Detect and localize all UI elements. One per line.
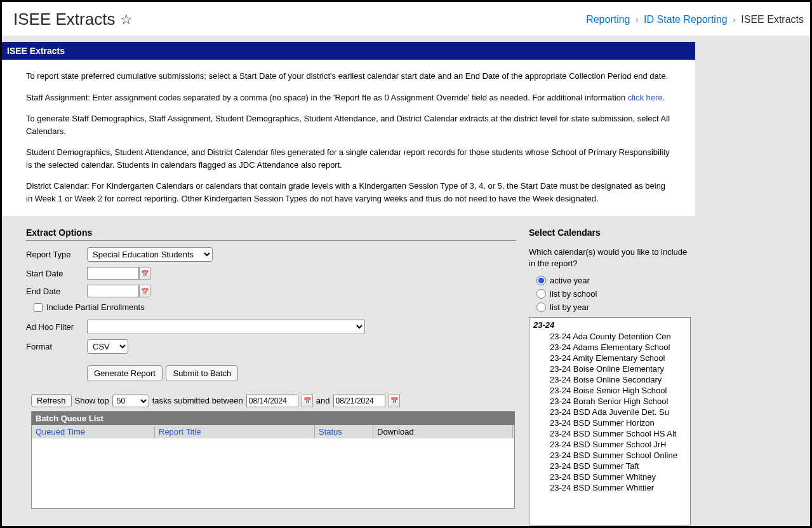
batch-table-header: Queued Time Report Title Status Download [32, 425, 514, 438]
list-item[interactable]: 23-24 Amity Elementary School [529, 353, 690, 363]
start-date-input[interactable] [87, 267, 139, 280]
generate-report-button[interactable]: Generate Report [87, 365, 163, 381]
col-queued-time[interactable]: Queued Time [32, 425, 155, 438]
col-status[interactable]: Status [315, 425, 373, 438]
batch-date-end[interactable] [333, 395, 385, 407]
calendar-icon[interactable] [139, 285, 150, 297]
list-item[interactable]: 23-24 BSD Summer Whittier [529, 482, 690, 493]
list-item[interactable]: 23-24 BSD Summer School JrH [529, 439, 690, 450]
report-type-label: Report Type [26, 250, 87, 259]
list-item[interactable]: 23-24 Adams Elementary School [529, 342, 690, 353]
list-item[interactable]: 23-24 BSD Summer School Online [529, 450, 690, 461]
refresh-button[interactable]: Refresh [31, 394, 72, 407]
intro-text-block: To report state preferred cumulative sub… [2, 60, 695, 216]
intro-p3: To generate Staff Demographics, Staff As… [26, 112, 671, 137]
chevron-right-icon: › [733, 15, 736, 25]
list-item[interactable]: 23-24 Ada County Detention Cen [529, 331, 690, 342]
include-partial-checkbox[interactable] [34, 303, 43, 312]
list-item[interactable]: 23-24 BSD Summer School HS Alt [529, 428, 690, 439]
batch-date-start[interactable] [246, 395, 298, 407]
start-date-row: Start Date [26, 267, 516, 280]
adhoc-filter-select[interactable] [87, 320, 365, 334]
favorite-star-icon[interactable]: ☆ [120, 11, 133, 28]
calendar-icon[interactable] [302, 395, 313, 407]
include-partial-label: Include Partial Enrollments [46, 302, 145, 312]
list-item[interactable]: 23-24 Borah Senior High School [529, 396, 690, 407]
page-title: ISEE Extracts ☆ [13, 10, 133, 29]
start-date-label: Start Date [26, 269, 87, 278]
radio-list-by-school-row: list by school [536, 289, 694, 299]
end-date-input[interactable] [87, 285, 139, 297]
calendar-year-header: 23-24 [529, 319, 690, 331]
page-header: ISEE Extracts ☆ Reporting › ID State Rep… [2, 2, 810, 36]
radio-active-year[interactable] [536, 276, 546, 285]
extract-options-title: Extract Options [26, 227, 516, 241]
show-top-select[interactable]: 50 [112, 395, 149, 407]
radio-list-by-year-row: list by year [536, 302, 694, 312]
breadcrumb: Reporting › ID State Reporting › ISEE Ex… [586, 14, 804, 25]
col-report-title[interactable]: Report Title [155, 425, 315, 438]
select-calendars-column: Select Calendars Which calendar(s) would… [529, 227, 694, 525]
radio-list-by-year-label: list by year [550, 302, 589, 312]
select-calendars-title: Select Calendars [529, 227, 694, 240]
end-date-row: End Date [26, 285, 516, 297]
and-label: and [316, 396, 330, 405]
format-select[interactable]: CSV [87, 339, 128, 354]
format-row: Format CSV [26, 339, 516, 354]
adhoc-row: Ad Hoc Filter [26, 320, 516, 334]
radio-list-by-school-label: list by school [550, 289, 597, 299]
intro-p1: To report state preferred cumulative sub… [26, 70, 671, 83]
intro-p4: Student Demographics, Student Attendance… [26, 146, 671, 171]
show-top-label: Show top [75, 396, 109, 405]
radio-list-by-year[interactable] [536, 302, 546, 312]
list-item[interactable]: 23-24 BSD Summer Horizon [529, 417, 690, 428]
report-type-select[interactable]: Special Education Students [87, 247, 213, 262]
calendar-icon[interactable] [389, 395, 400, 407]
form-area: Extract Options Report Type Special Educ… [2, 216, 810, 525]
select-calendars-desc: Which calendar(s) would you like to incl… [529, 247, 694, 269]
breadcrumb-reporting[interactable]: Reporting [586, 14, 630, 25]
radio-list-by-school[interactable] [536, 289, 546, 299]
extract-options-column: Extract Options Report Type Special Educ… [26, 227, 516, 525]
batch-table-title: Batch Queue List [32, 412, 514, 425]
end-date-label: End Date [26, 287, 87, 296]
calendar-icon[interactable] [139, 267, 150, 280]
batch-table-body [32, 438, 514, 508]
calendar-listbox[interactable]: 23-24 23-24 Ada County Detention Cen 23-… [529, 317, 691, 525]
batch-controls-row: Refresh Show top 50 tasks submitted betw… [31, 394, 516, 407]
tasks-between-label: tasks submitted between [152, 396, 243, 405]
breadcrumb-id-state-reporting[interactable]: ID State Reporting [644, 14, 728, 25]
breadcrumb-current: ISEE Extracts [741, 14, 804, 25]
list-item[interactable]: 23-24 BSD Summer Whitney [529, 471, 690, 482]
col-download: Download [373, 425, 513, 438]
intro-p2: Staff Assignment: Enter assignment codes… [26, 91, 671, 104]
list-item[interactable]: 23-24 Boise Online Secondary [529, 374, 690, 385]
submit-to-batch-button[interactable]: Submit to Batch [166, 365, 238, 381]
page-title-text: ISEE Extracts [13, 10, 115, 29]
intro-p2-text: Staff Assignment: Enter assignment codes… [26, 93, 628, 102]
action-buttons: Generate Report Submit to Batch [87, 365, 516, 381]
format-label: Format [26, 342, 87, 351]
chevron-right-icon: › [636, 15, 639, 25]
list-item[interactable]: 23-24 Boise Senior High School [529, 385, 690, 396]
click-here-link[interactable]: click here [628, 93, 663, 102]
list-item[interactable]: 23-24 BSD Ada Juvenile Det. Su [529, 407, 690, 417]
radio-active-year-label: active year [550, 276, 590, 285]
content-area: ISEE Extracts To report state preferred … [2, 36, 810, 527]
batch-queue-table: Batch Queue List Queued Time Report Titl… [31, 411, 515, 509]
report-type-row: Report Type Special Education Students [26, 247, 516, 262]
panel-header: ISEE Extracts [2, 42, 695, 60]
list-item[interactable]: 23-24 BSD Summer Taft [529, 461, 690, 471]
radio-active-year-row: active year [536, 276, 694, 285]
intro-p5: District Calendar: For Kindergarten Cale… [26, 180, 671, 205]
include-partial-row: Include Partial Enrollments [34, 302, 516, 312]
adhoc-label: Ad Hoc Filter [26, 322, 87, 332]
list-item[interactable]: 23-24 Boise Online Elementary [529, 363, 690, 374]
